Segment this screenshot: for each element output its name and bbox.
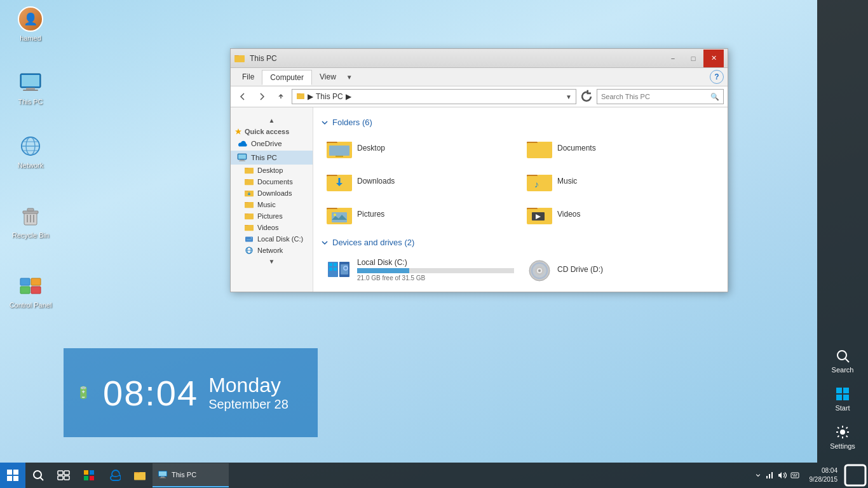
sidebar-item-documents[interactable]: Documents [231, 176, 313, 187]
collapse-drives-icon[interactable] [321, 239, 329, 247]
volume-tray-icon[interactable] [778, 471, 787, 480]
svg-rect-113 [84, 476, 88, 480]
titlebar-icons [234, 53, 245, 64]
svg-rect-39 [248, 168, 254, 168]
desktop-icon-thispc-label: This PC [18, 98, 43, 106]
svg-rect-22 [836, 388, 842, 393]
search-input[interactable] [601, 93, 710, 100]
svg-rect-116 [134, 473, 146, 480]
drive-d-name: CD Drive (D:) [557, 265, 714, 274]
fileexplorer-taskbar-icon [133, 469, 146, 482]
folder-downloads[interactable]: Downloads [321, 165, 520, 197]
taskbar-search-button[interactable] [25, 463, 51, 488]
sidebar-scroll-up[interactable]: ▲ [231, 115, 313, 125]
sidebar-item-downloads[interactable]: Downloads [231, 187, 313, 199]
svg-rect-24 [836, 395, 842, 400]
folder-documents-large-icon [527, 137, 552, 159]
sidebar-item-videos[interactable]: Videos [231, 222, 313, 233]
drive-c[interactable]: Local Disk (C:) 21.0 GB free of 31.5 GB [321, 252, 520, 287]
search-box[interactable]: 🔍 [597, 89, 724, 104]
start-button[interactable] [0, 463, 25, 488]
close-button[interactable]: ✕ [703, 50, 724, 67]
sidebar-scroll-down[interactable]: ▼ [231, 256, 313, 266]
svg-rect-79 [337, 208, 352, 210]
taskbar-open-thispc[interactable]: This PC [153, 463, 229, 487]
address-path[interactable]: ▶ This PC ▶ ▼ [292, 89, 576, 104]
taskbar-date: 9/28/2015 [810, 475, 838, 484]
svg-rect-19 [31, 287, 41, 294]
folder-pictures[interactable]: Pictures [321, 198, 520, 230]
svg-rect-129 [793, 476, 797, 477]
folder-documents[interactable]: Documents [521, 132, 720, 164]
refresh-button[interactable] [579, 89, 594, 104]
taskbar-edge-button[interactable] [102, 463, 127, 488]
folder-desktop-large-icon [327, 137, 352, 159]
svg-rect-34 [238, 154, 246, 159]
charm-start[interactable]: Start [835, 386, 850, 412]
folder-desktop-name: Desktop [357, 144, 385, 152]
charm-settings[interactable]: Settings [830, 424, 855, 450]
charm-settings-label: Settings [830, 442, 855, 450]
sidebar-item-thispc[interactable]: This PC [231, 151, 313, 165]
taskbar-search-icon [32, 469, 44, 482]
svg-rect-121 [159, 478, 166, 478]
address-path-text: ▶ [308, 92, 313, 101]
battery-icon: 🔋 [76, 386, 90, 400]
folder-documents-name: Documents [557, 144, 596, 152]
sidebar-item-desktop[interactable]: Desktop [231, 165, 313, 176]
folder-videos[interactable]: Videos [521, 198, 720, 230]
tab-computer[interactable]: Computer [262, 70, 312, 85]
folder-music-icon [245, 200, 254, 209]
tray-show-hidden-icon[interactable] [755, 471, 761, 480]
ribbon-chevron-icon[interactable]: ▼ [346, 74, 353, 81]
minimize-button[interactable]: − [663, 50, 683, 67]
folder-documents-icon [245, 177, 254, 186]
store-icon [83, 469, 95, 482]
folder-music[interactable]: ♪ Music [521, 165, 720, 197]
charm-search[interactable]: Search [832, 348, 854, 374]
tab-view[interactable]: View [312, 70, 344, 84]
taskbar-store-button[interactable] [76, 463, 102, 488]
network-tray-icon[interactable] [765, 471, 774, 480]
sidebar-item-onedrive[interactable]: OneDrive [231, 137, 313, 151]
notification-button[interactable] [843, 463, 868, 488]
back-button[interactable] [234, 89, 251, 104]
help-button[interactable]: ? [710, 70, 724, 84]
clock-time: 08:04 [103, 372, 198, 414]
svg-rect-53 [245, 226, 254, 231]
sidebar-item-localdisk[interactable]: Local Disk (C:) [231, 233, 313, 245]
tab-file[interactable]: File [234, 70, 262, 84]
folder-desktop[interactable]: Desktop [321, 132, 520, 164]
svg-rect-90 [329, 263, 332, 266]
svg-point-81 [334, 214, 336, 216]
sidebar-item-music[interactable]: Music [231, 199, 313, 210]
address-bar: ▶ This PC ▶ ▼ 🔍 [231, 86, 728, 107]
taskbar-fileexplorer-button[interactable] [127, 463, 153, 488]
taskbar-tray [750, 471, 804, 480]
maximize-button[interactable]: □ [683, 50, 703, 67]
taskbar-taskview-button[interactable] [51, 463, 76, 488]
desktop-icon-user[interactable]: 👤 hamed [8, 6, 53, 43]
taskbar-clock[interactable]: 08:04 9/28/2015 [804, 466, 843, 484]
drive-c-bar [357, 268, 409, 273]
drives-section-header: Devices and drives (2) [321, 238, 720, 247]
desktop-icon-network[interactable]: Network [8, 133, 53, 170]
drive-d[interactable]: CD Drive (D:) [521, 252, 720, 287]
window-controls: − □ ✕ [663, 50, 724, 67]
up-button[interactable] [273, 89, 289, 104]
sidebar-section-quickaccess[interactable]: Quick access [231, 125, 313, 137]
desktop-icon-thispc[interactable]: This PC [8, 70, 53, 106]
keyboard-tray-icon[interactable] [790, 471, 799, 480]
sidebar-item-network[interactable]: Network [231, 245, 313, 256]
desktop-icon-controlpanel[interactable]: Control Panel [8, 273, 53, 309]
sidebar-onedrive-label: OneDrive [251, 140, 282, 147]
sidebar-item-pictures[interactable]: Pictures [231, 210, 313, 222]
forward-button[interactable] [254, 89, 270, 104]
search-icon[interactable]: 🔍 [710, 93, 719, 101]
svg-rect-25 [843, 395, 849, 400]
thispc-sidebar-icon [237, 152, 247, 163]
address-dropdown-arrow[interactable]: ▼ [566, 93, 572, 100]
folders-section-header: Folders (6) [321, 118, 720, 127]
collapse-folders-icon[interactable] [321, 119, 329, 126]
desktop-icon-recyclebin[interactable]: Recycle Bin [8, 203, 53, 240]
